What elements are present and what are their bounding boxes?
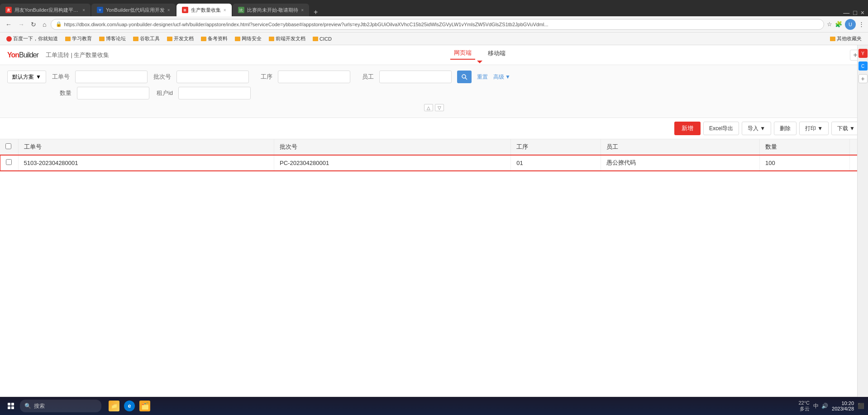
bookmark-education[interactable]: 学习教育 bbox=[62, 34, 95, 43]
close-button[interactable]: × bbox=[861, 9, 864, 16]
menu-button[interactable]: ⋮ bbox=[858, 21, 864, 28]
tab-yonbuilder-dev[interactable]: Y YonBuilder低代码应用开发 × bbox=[91, 4, 176, 16]
start-button[interactable] bbox=[4, 400, 18, 412]
tab-close-4[interactable]: × bbox=[301, 8, 304, 13]
app-breadcrumb: 工单流转 | 生产数量收集 bbox=[46, 51, 110, 59]
app-content: YonBuilder 工单流转 | 生产数量收集 网页端 移动端 + 默认方案 … bbox=[0, 45, 868, 415]
row-checkbox-cell bbox=[0, 155, 18, 171]
advanced-button[interactable]: 高级 ▼ bbox=[493, 73, 510, 81]
reload-button[interactable]: ↻ bbox=[29, 20, 38, 29]
date-display: 2023/4/28 bbox=[832, 406, 854, 411]
collapse-up-button[interactable]: △ bbox=[424, 104, 433, 111]
tab-close-2[interactable]: × bbox=[167, 8, 170, 13]
browser-sidebar: Y C + bbox=[857, 45, 868, 397]
bookmark-exam[interactable]: 备考资料 bbox=[198, 34, 230, 43]
bookmark-folder-google bbox=[133, 37, 138, 41]
print-arrow-icon: ▼ bbox=[817, 125, 823, 132]
sidebar-widget-blue[interactable]: C bbox=[858, 61, 868, 71]
filter-input-batch[interactable] bbox=[176, 71, 249, 83]
bookmark-google[interactable]: 谷歌工具 bbox=[130, 34, 162, 43]
browser-icon: e bbox=[124, 401, 135, 411]
new-tab-button[interactable]: + bbox=[310, 8, 321, 16]
back-button[interactable]: ← bbox=[4, 20, 14, 29]
files-icon: 📁 bbox=[109, 401, 119, 411]
add-button[interactable]: 新增 bbox=[674, 122, 701, 135]
filter-input-work-order[interactable] bbox=[75, 71, 148, 83]
col-employee-header: 员工 bbox=[601, 139, 760, 155]
bookmark-icon-baidu bbox=[6, 36, 12, 42]
tab-close-1[interactable]: × bbox=[82, 8, 85, 13]
header-center: 网页端 移动端 bbox=[109, 47, 850, 63]
bookmark-cicd[interactable]: CICD bbox=[310, 35, 334, 42]
sidebar-widget-red[interactable]: Y bbox=[858, 49, 868, 58]
filter-label-process: 工序 bbox=[254, 73, 272, 81]
bookmark-security[interactable]: 网络安全 bbox=[232, 34, 264, 43]
tab-production[interactable]: B 生产数量收集 × bbox=[176, 4, 232, 16]
taskbar-apps: 📁 e 🗂️ bbox=[107, 399, 152, 413]
forward-button[interactable]: → bbox=[16, 20, 26, 29]
restore-button[interactable]: □ bbox=[853, 9, 857, 16]
notification-button[interactable]: ⬛ bbox=[858, 403, 864, 409]
bookmark-frontend[interactable]: 前端开发文档 bbox=[266, 34, 308, 43]
filter-input-employee[interactable] bbox=[379, 71, 452, 83]
tab-competition[interactable]: 比 比赛尚未开始-敬请期待 × bbox=[233, 4, 310, 16]
delete-button[interactable]: 删除 bbox=[774, 122, 796, 135]
bookmark-star[interactable]: ☆ bbox=[827, 21, 832, 28]
table-row: 5103-202304280001 PC-202304280001 01 愚公撩… bbox=[0, 155, 868, 171]
taskbar-search-box[interactable]: 🔍 搜索 bbox=[20, 400, 101, 412]
taskbar-app-browser[interactable]: e bbox=[122, 399, 137, 413]
filter-input-quantity[interactable] bbox=[77, 87, 149, 99]
bookmark-folder-blog bbox=[99, 37, 105, 41]
url-bar[interactable]: 🔒 https://dbox.diwork.com/iuap-yonbuilde… bbox=[51, 19, 824, 30]
url-text: https://dbox.diwork.com/iuap-yonbuilder-… bbox=[64, 22, 548, 27]
svg-line-1 bbox=[465, 78, 467, 80]
bookmark-baidu[interactable]: 百度一下，你就知道 bbox=[4, 34, 61, 43]
taskbar: 🔍 搜索 📁 e 🗂️ 22°C 多云 中 🔊 10:20 2023/4/28 … bbox=[0, 397, 868, 415]
tab-icon-3: B bbox=[182, 7, 188, 13]
taskbar-time: 10:20 2023/4/28 bbox=[832, 401, 854, 411]
tab-close-3[interactable]: × bbox=[224, 8, 226, 13]
bookmark-others[interactable]: 其他收藏夹 bbox=[827, 34, 864, 43]
col-batch-header: 批次号 bbox=[274, 139, 511, 155]
excel-export-label: Excel导出 bbox=[709, 125, 733, 132]
select-all-checkbox[interactable] bbox=[5, 143, 11, 149]
tab-icon-4: 比 bbox=[238, 7, 244, 13]
bookmark-blog[interactable]: 博客论坛 bbox=[96, 34, 129, 43]
network-icon[interactable]: 🔊 bbox=[821, 403, 828, 409]
download-button[interactable]: 下载 ▼ bbox=[831, 122, 861, 135]
collapse-down-button[interactable]: ▽ bbox=[435, 104, 444, 111]
bookmark-folder-exam bbox=[201, 37, 206, 41]
print-button[interactable]: 打印 ▼ bbox=[799, 122, 829, 135]
lang-icon[interactable]: 中 bbox=[813, 402, 819, 410]
toolbar: 新增 Excel导出 导入 ▼ 删除 打印 ▼ 下载 ▼ bbox=[0, 118, 868, 139]
tab-yonbuilder-platform[interactable]: 友 用友YonBuilder应用构建平台-可... × bbox=[0, 4, 91, 16]
tab-title-2: YonBuilder低代码应用开发 bbox=[106, 7, 165, 14]
taskbar-app-explorer[interactable]: 🗂️ bbox=[138, 399, 152, 413]
print-label: 打印 bbox=[805, 125, 816, 132]
app-logo-area: YonBuilder 工单流转 | 生产数量收集 bbox=[7, 51, 109, 59]
row-checkbox[interactable] bbox=[6, 159, 12, 165]
extension-icon[interactable]: 🧩 bbox=[835, 21, 842, 28]
home-button[interactable]: ⌂ bbox=[41, 20, 48, 29]
excel-export-button[interactable]: Excel导出 bbox=[703, 122, 739, 135]
filter-area: 默认方案 ▼ 工单号 批次号 工序 员工 重置 高级 ▼ bbox=[0, 65, 868, 118]
minimize-button[interactable]: — bbox=[843, 9, 849, 16]
web-view-button[interactable]: 网页端 bbox=[450, 47, 475, 60]
search-button[interactable] bbox=[457, 71, 472, 83]
bookmark-folder-cicd bbox=[313, 37, 318, 41]
reset-button[interactable]: 重置 bbox=[477, 73, 488, 81]
taskbar-app-files[interactable]: 📁 bbox=[107, 399, 121, 413]
mobile-view-button[interactable]: 移动端 bbox=[484, 47, 509, 60]
scheme-button[interactable]: 默认方案 ▼ bbox=[7, 71, 46, 83]
tab-bar: 友 用友YonBuilder应用构建平台-可... × Y YonBuilder… bbox=[0, 0, 868, 16]
col-process-header: 工序 bbox=[511, 139, 601, 155]
profile-icon[interactable]: U bbox=[845, 19, 856, 30]
taskbar-right: 22°C 多云 中 🔊 10:20 2023/4/28 ⬛ bbox=[798, 400, 864, 412]
filter-input-process[interactable] bbox=[278, 71, 350, 83]
import-label: 导入 bbox=[748, 125, 758, 132]
filter-input-tenant[interactable] bbox=[178, 87, 251, 99]
sidebar-widget-plus[interactable]: + bbox=[858, 74, 868, 83]
row-batch: PC-202304280001 bbox=[274, 155, 511, 171]
import-button[interactable]: 导入 ▼ bbox=[742, 122, 771, 135]
bookmark-devdocs[interactable]: 开发文档 bbox=[164, 34, 196, 43]
